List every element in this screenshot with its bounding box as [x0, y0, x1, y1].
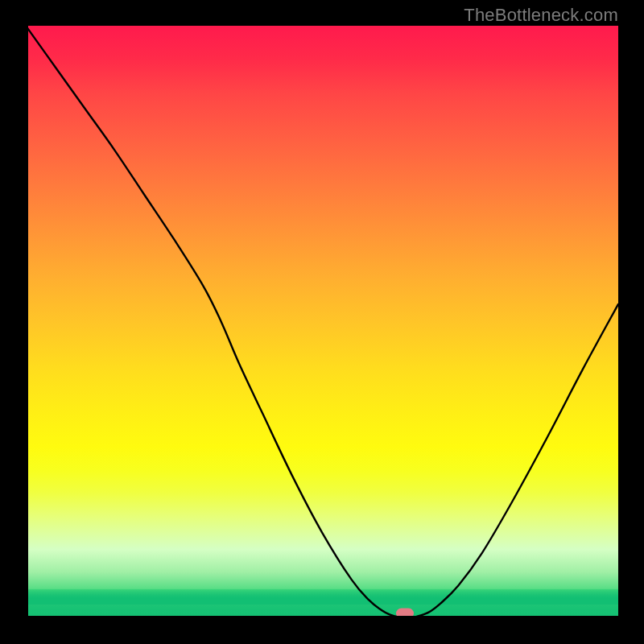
curve-path	[26, 26, 618, 617]
axis-left	[26, 26, 28, 618]
curve-svg	[26, 26, 618, 618]
plot-area	[26, 26, 618, 618]
chart-frame: TheBottleneck.com	[0, 0, 644, 644]
axis-bottom	[26, 616, 618, 618]
watermark-text: TheBottleneck.com	[464, 5, 618, 25]
watermark: TheBottleneck.com	[464, 5, 618, 26]
